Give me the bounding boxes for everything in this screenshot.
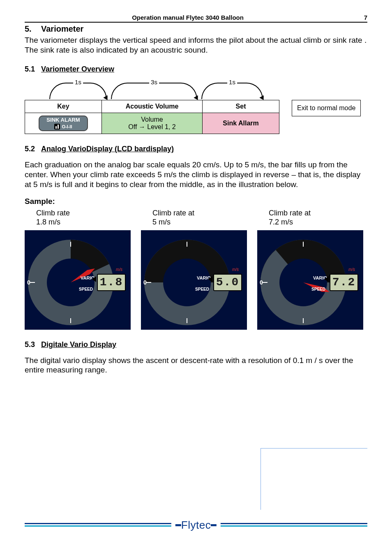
gauge-2-lcd: 5.0 (213, 274, 242, 291)
variometer-overview-diagram: 1s 3s 1s Key Acoustic Volume Set SINK AL… (25, 80, 367, 134)
section-5-intro: The variometer displays the vertical spe… (25, 35, 367, 55)
cell-key-button: SINK ALARM O-I-II (25, 113, 102, 134)
arc-1s-b: 1s (201, 83, 263, 99)
page-header: Operation manual Flytec 3040 Balloon 7 (25, 14, 367, 23)
units-label: m/s (232, 267, 239, 272)
col-key: Key (25, 100, 102, 113)
section-5-3-body: The digital vario display shows the asce… (25, 356, 367, 375)
gauge-1-lcd: 1.8 (97, 274, 126, 291)
svg-point-9 (163, 259, 211, 306)
gauge-1: Climb rate1.8 m/s 0 (25, 208, 135, 330)
volume-bars-icon (54, 124, 60, 130)
section-5-2-heading: 5.2Analog VarioDisplay (LCD bardisplay) (25, 145, 367, 153)
gauge-1-dial: 0 m/s VARIO SPEED 1.8 (25, 230, 131, 330)
units-label: m/s (116, 267, 122, 272)
arc-1s-a: 1s (49, 83, 107, 99)
gauge-samples: Climb rate1.8 m/s 0 (25, 208, 367, 330)
cell-sink-alarm: Sink Allarm (203, 113, 279, 134)
sink-alarm-key[interactable]: SINK ALARM O-I-II (39, 116, 88, 132)
triangle-left-icon (208, 276, 212, 282)
gauge-3-lcd: 7.2 (330, 274, 358, 291)
arc-3s: 3s (111, 83, 197, 99)
col-acoustic: Acoustic Volume (101, 100, 202, 113)
speed-label: SPEED (311, 287, 325, 291)
speed-label: SPEED (195, 287, 209, 291)
section-5-heading: 5.Variometer (25, 24, 367, 34)
sample-label: Sample: (25, 197, 367, 206)
svg-text:0: 0 (143, 279, 147, 286)
svg-text:0: 0 (260, 279, 263, 286)
section-5-3-heading: 5.3Digitale Vario Display (25, 340, 367, 349)
footer: Flytec (25, 518, 367, 532)
press-duration-arcs: 1s 3s 1s (49, 80, 367, 100)
gauge-3-dial: 0 m/s VARIO SPEED 7.2 (257, 230, 363, 330)
section-5-1-heading: 5.1Variometer Overview (25, 65, 367, 74)
cell-acoustic-volume: Volume Off → Level 1, 2 (101, 113, 202, 134)
section-5-2-body: Each graduation on the analog bar scale … (25, 160, 367, 189)
gauge-3: Climb rate at7.2 m/s 0 m/s (257, 208, 367, 330)
gauge-2-dial: 0 m/s VARIO SPEED 5.0 (141, 230, 247, 330)
triangle-left-icon (92, 276, 96, 282)
units-label: m/s (348, 267, 355, 272)
gauge-2: Climb rate at5 m/s 0 m/s VARIO SPEED 5.0 (141, 208, 251, 330)
page-number: 7 (351, 14, 367, 21)
speed-label: SPEED (79, 287, 93, 291)
flytec-logo: Flytec (171, 519, 221, 532)
doc-title: Operation manual Flytec 3040 Balloon (132, 14, 244, 21)
decorative-corner (261, 448, 367, 510)
triangle-left-icon (324, 276, 329, 282)
svg-text:0: 0 (27, 279, 30, 286)
col-set: Set (203, 100, 279, 113)
exit-mode-box: Exit to normal mode (292, 100, 361, 116)
overview-table: Key Acoustic Volume Set SINK ALARM O-I-I… (25, 100, 279, 134)
